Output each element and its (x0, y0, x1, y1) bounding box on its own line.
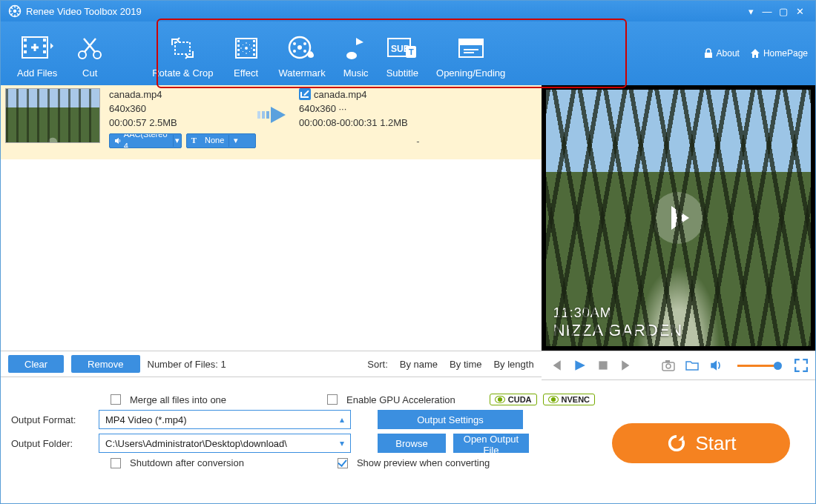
titlebar: Renee Video Toolbox 2019 ▾ — ▢ ✕ (1, 1, 815, 21)
close-button[interactable]: ✕ (792, 6, 808, 17)
svg-rect-4 (24, 44, 27, 47)
effect-icon (231, 32, 261, 64)
svg-rect-34 (459, 39, 483, 45)
shutdown-checkbox[interactable] (111, 458, 121, 468)
preview-panel: 11:30AM NIZZA GARDEN (542, 85, 815, 351)
svg-point-1 (13, 10, 17, 13)
svg-rect-15 (237, 49, 240, 51)
source-thumbnail (5, 88, 100, 143)
subtitle-button[interactable]: SUBT Subtitle (378, 29, 427, 79)
svg-rect-38 (257, 111, 260, 119)
svg-rect-5 (24, 50, 27, 53)
subtitle-icon: SUBT (386, 32, 418, 64)
edit-icon[interactable] (299, 88, 311, 100)
add-files-label: Add Files (17, 67, 57, 79)
svg-point-27 (303, 50, 306, 53)
preview-controls (542, 351, 815, 380)
list-footer: Clear Remove Number of Files: 1 Sort: By… (1, 351, 542, 377)
clear-button[interactable]: Clear (8, 355, 64, 373)
sort-by-length[interactable]: By length (493, 359, 533, 370)
preview-overlay-text: 11:30AM NIZZA GARDEN (553, 305, 683, 340)
minimize-button[interactable]: — (759, 6, 775, 17)
svg-rect-6 (43, 39, 46, 42)
music-label: Music (343, 67, 369, 79)
svg-rect-3 (24, 39, 27, 42)
svg-text:T: T (409, 47, 414, 56)
svg-rect-18 (253, 44, 255, 47)
app-title: Renee Video Toolbox 2019 (26, 6, 142, 17)
prev-button[interactable] (549, 359, 562, 372)
dest-placeholder: - (299, 130, 537, 149)
sort-by-name[interactable]: By name (400, 359, 438, 370)
play-button[interactable] (573, 359, 586, 372)
file-row[interactable]: canada.mp4 640x360 00:00:57 2.5MB AAC(St… (1, 85, 542, 159)
sort-label: Sort: (367, 359, 387, 370)
svg-point-10 (93, 51, 101, 59)
arrow-right-icon (256, 104, 290, 126)
open-output-folder-button[interactable]: Open Output File (453, 434, 529, 453)
chevron-down-icon: ▾ (173, 135, 181, 147)
svg-rect-11 (175, 42, 190, 54)
add-files-icon (21, 32, 53, 64)
source-duration-size: 00:00:57 2.5MB (109, 116, 256, 130)
dest-filename: canada.mp4 (314, 89, 367, 100)
audio-codec-dropdown[interactable]: AAC(Stereo 4 ▾ (109, 133, 182, 148)
chevron-down-icon: ▾ (228, 135, 242, 147)
rotate-crop-button[interactable]: Rotate & Crop (143, 29, 222, 79)
sort-by-time[interactable]: By time (450, 359, 481, 370)
opening-ending-icon (456, 32, 486, 64)
stop-button[interactable] (596, 359, 610, 372)
output-format-select[interactable]: MP4 Video (*.mp4) ▴ (99, 410, 351, 429)
volume-icon[interactable] (709, 359, 723, 372)
about-link[interactable]: About (703, 48, 740, 59)
output-folder-select[interactable]: C:\Users\Administrator\Desktop\download\… (99, 434, 351, 453)
svg-rect-16 (237, 53, 240, 56)
fullscreen-button[interactable] (794, 359, 808, 372)
file-count: Number of Files: 1 (148, 359, 226, 370)
svg-rect-17 (253, 40, 255, 42)
cut-button[interactable]: Cut (66, 29, 113, 79)
open-folder-button[interactable] (685, 359, 699, 372)
source-filename: canada.mp4 (109, 88, 256, 102)
homepage-link[interactable]: HomePage (750, 48, 808, 59)
source-resolution: 640x360 (109, 102, 256, 116)
browse-button[interactable]: Browse (378, 434, 446, 453)
svg-point-21 (245, 47, 248, 50)
cut-label: Cut (82, 67, 97, 79)
next-button[interactable] (620, 359, 634, 372)
nvidia-eye-icon (495, 396, 505, 403)
svg-rect-41 (599, 361, 607, 369)
volume-slider[interactable] (737, 365, 780, 367)
cuda-badge: CUDA (490, 394, 537, 405)
svg-rect-7 (43, 44, 46, 47)
music-button[interactable]: Music (335, 29, 378, 79)
show-preview-label: Show preview when converting (357, 457, 490, 468)
show-preview-checkbox[interactable] (338, 458, 348, 468)
maximize-button[interactable]: ▢ (775, 6, 792, 17)
svg-point-28 (346, 52, 357, 59)
dest-range-size: 00:00:08-00:00:31 1.2MB (299, 116, 537, 130)
svg-rect-39 (262, 111, 265, 119)
start-button[interactable]: Start (612, 423, 790, 463)
dropdown-icon[interactable]: ▾ (743, 6, 759, 17)
remove-button[interactable]: Remove (71, 355, 139, 373)
snapshot-button[interactable] (662, 359, 675, 372)
add-files-button[interactable]: Add Files (8, 29, 66, 79)
shutdown-label: Shutdown after conversion (130, 457, 244, 468)
app-logo-icon (8, 4, 22, 18)
merge-checkbox[interactable] (111, 394, 121, 405)
watermark-icon (287, 32, 317, 64)
gpu-checkbox[interactable] (327, 394, 338, 405)
svg-rect-37 (705, 53, 712, 58)
play-overlay-icon[interactable] (652, 192, 704, 244)
opening-ending-label: Opening/Ending (436, 67, 505, 79)
subtitle-track-dropdown[interactable]: T None ▾ (186, 133, 256, 148)
output-settings-button[interactable]: Output Settings (378, 410, 523, 429)
watermark-button[interactable]: Watermark (270, 29, 335, 79)
file-list: canada.mp4 640x360 00:00:57 2.5MB AAC(St… (1, 85, 542, 351)
svg-rect-44 (665, 360, 670, 362)
opening-ending-button[interactable]: Opening/Ending (427, 29, 514, 79)
effect-button[interactable]: Effect (223, 29, 270, 79)
preview-video[interactable]: 11:30AM NIZZA GARDEN (546, 90, 811, 346)
svg-rect-20 (253, 53, 255, 56)
